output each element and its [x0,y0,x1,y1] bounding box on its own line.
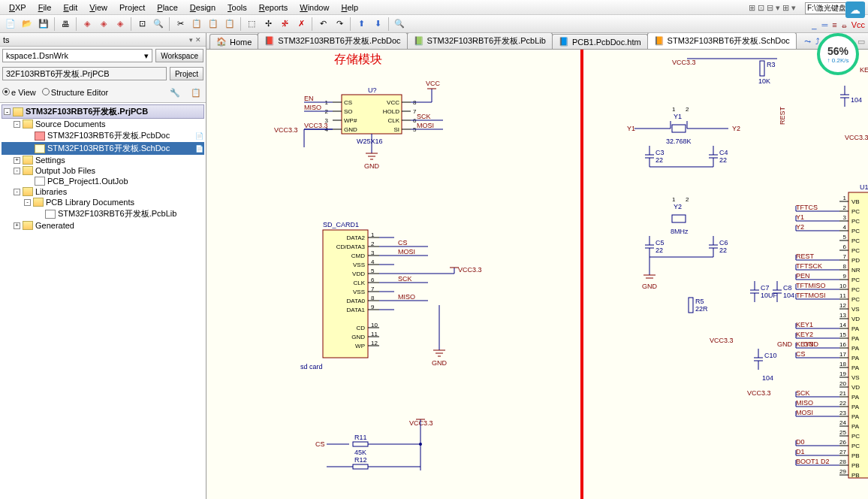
svg-text:GND: GND [777,340,793,348]
tree-node[interactable]: -Output Job Files [2,165,204,176]
hierarchy-down-icon[interactable]: ⬇ [370,17,385,32]
project-tree[interactable]: -STM32F103RBT6开发板.PrjPCB-Source Document… [0,102,206,499]
file-view-radio[interactable]: e View [2,88,36,97]
tree-node[interactable]: STM32F103RBT6开发板.PcbDoc📄 [2,129,204,142]
menu-place[interactable]: Place [151,2,184,14]
menu-project[interactable]: Project [113,2,151,14]
place-gnd-icon[interactable]: ⏛ [842,20,847,29]
svg-text:GND: GND [351,334,365,340]
paste2-icon[interactable]: 📋 [222,17,237,32]
svg-text:GND: GND [364,162,380,170]
svg-rect-112 [672,125,686,132]
svg-text:C5: C5 [656,239,665,246]
workspace-select[interactable]: kspace1.DsnWrk▾ [2,49,152,62]
menu-file[interactable]: File [32,2,58,14]
route-icon1[interactable]: ⤳ [804,37,811,47]
doc-tab[interactable]: 📘PCB1.PcbDoc.htm [552,34,648,49]
doc-tab[interactable]: 📕STM32F103RBT6开发板.PcbDoc [258,33,407,49]
menu-help[interactable]: Help [335,2,364,14]
stack1-icon[interactable]: ◈ [80,17,95,32]
svg-text:Y2: Y2 [674,203,682,210]
svg-text:22: 22 [719,156,727,164]
redo-icon[interactable]: ↷ [332,17,347,32]
svg-text:SCK: SCK [398,275,412,283]
workspace-button[interactable]: Workspace [155,49,203,62]
menu-edit[interactable]: Edit [57,2,83,14]
svg-text:1: 1 [672,106,676,113]
place-vcc-icon[interactable]: Vcc [851,20,865,29]
paste-icon[interactable]: 📋 [206,17,221,32]
menu-design[interactable]: Design [184,2,222,14]
grid-icons[interactable]: ⊞ ⊡ ⊟ ▾ ⊞ ▾ [743,2,802,14]
svg-text:PB: PB [851,452,860,459]
tree-node[interactable]: -Source Documents [2,119,204,129]
svg-text:W25X16: W25X16 [357,138,383,145]
place-bus-icon[interactable]: ═ [821,20,827,29]
place-net-icon[interactable]: ≡ [832,20,836,29]
svg-text:19: 19 [839,370,846,377]
tree-node[interactable]: -STM32F103RBT6开发板.PrjPCB [2,104,204,119]
save-icon[interactable]: 💾 [36,17,51,32]
doc-tab[interactable]: 📗STM32F103RBT6开发板.PcbLib [407,33,553,49]
menu-view[interactable]: View [83,2,113,14]
compile-icon[interactable]: 🔧 [167,85,182,100]
projects-panel: ts ▾ ✕ kspace1.DsnWrk▾ Workspace 32F103R… [0,33,206,499]
svg-text:11: 11 [371,331,378,337]
doc-tab[interactable]: 🏠Home [209,34,258,49]
doc-tab[interactable]: 📙STM32F103RBT6开发板.SchDoc [647,33,797,49]
svg-text:10K: 10K [758,77,770,85]
svg-text:VS: VS [851,306,860,313]
svg-text:PA: PA [851,404,860,410]
cloud-icon[interactable]: ☁ [845,2,865,18]
project-button[interactable]: Project [170,67,203,80]
svg-text:DATA0: DATA0 [346,298,365,304]
menu-reports[interactable]: Reports [253,2,294,14]
menu-dxp[interactable]: DXP [3,2,32,14]
open-icon[interactable]: 📂 [20,17,35,32]
move-icon[interactable]: ✢ [261,17,276,32]
tree-node[interactable]: STM32F103RBT6开发板.SchDoc📄 [2,142,204,155]
tree-node[interactable]: -PCB Library Documents [2,197,204,207]
tree-node[interactable]: +Generated [2,220,204,231]
svg-text:Y2: Y2 [796,223,804,231]
menu-tools[interactable]: Tools [222,2,253,14]
schematic-canvas[interactable]: 存储模块U?W25X16CS1ENSO2MISOWP#3GND4VCC3.3VC… [206,50,868,499]
new-icon[interactable]: 📄 [3,17,18,32]
document-tabs: 🏠Home📕STM32F103RBT6开发板.PcbDoc📗STM32F103R… [206,33,868,50]
cut-icon[interactable]: ✂ [173,17,188,32]
copy-icon[interactable]: 📋 [189,17,204,32]
deselect-icon[interactable]: ✢̸ [277,17,292,32]
svg-text:7: 7 [371,286,375,292]
structure-editor-radio[interactable]: Structure Editor [42,88,108,97]
svg-text:VCC3.3: VCC3.3 [304,122,328,129]
tree-node[interactable]: STM32F103RBT6开发板.PcbLib [2,207,204,220]
panel-collapse-icon[interactable]: ▾ ✕ [189,36,201,44]
undo-icon[interactable]: ↶ [315,17,330,32]
svg-text:2: 2 [843,204,847,211]
editor-area: 🏠Home📕STM32F103RBT6开发板.PcbDoc📗STM32F103R… [206,33,868,499]
svg-text:5: 5 [843,234,847,240]
menu-window[interactable]: Window [294,2,335,14]
zoom-area-icon[interactable]: 🔍 [151,17,166,32]
clear-icon[interactable]: ✗ [294,17,309,32]
svg-rect-344 [353,442,368,446]
tree-node[interactable]: PCB_Project1.OutJob [2,176,204,186]
stack3-icon[interactable]: ◈ [113,17,128,32]
main-toolbar: 📄 📂 💾 🖶 ◈ ◈ ◈ ⊡ 🔍 ✂ 📋 📋 📋 ⬚ ✢ ✢̸ ✗ ↶ ↷ ⬆… [0,15,868,33]
svg-text:C6: C6 [719,239,728,246]
stack2-icon[interactable]: ◈ [96,17,111,32]
browse-icon[interactable]: 🔍 [392,17,407,32]
network-speed-widget[interactable]: 56% ↑ 0.2K/s [817,33,862,78]
svg-text:PA: PA [851,335,860,342]
zoom-fit-icon[interactable]: ⊡ [134,17,149,32]
select-rect-icon[interactable]: ⬚ [244,17,259,32]
svg-text:Y2: Y2 [732,125,740,132]
place-wire-icon[interactable]: ⎯ [812,20,817,29]
tree-node[interactable]: -Libraries [2,186,204,197]
options-icon[interactable]: 📋 [188,85,203,100]
svg-text:4: 4 [371,259,375,265]
print-icon[interactable]: 🖶 [58,17,73,32]
hierarchy-up-icon[interactable]: ⬆ [354,17,369,32]
tree-node[interactable]: +Settings [2,155,204,165]
svg-text:28: 28 [839,458,846,465]
